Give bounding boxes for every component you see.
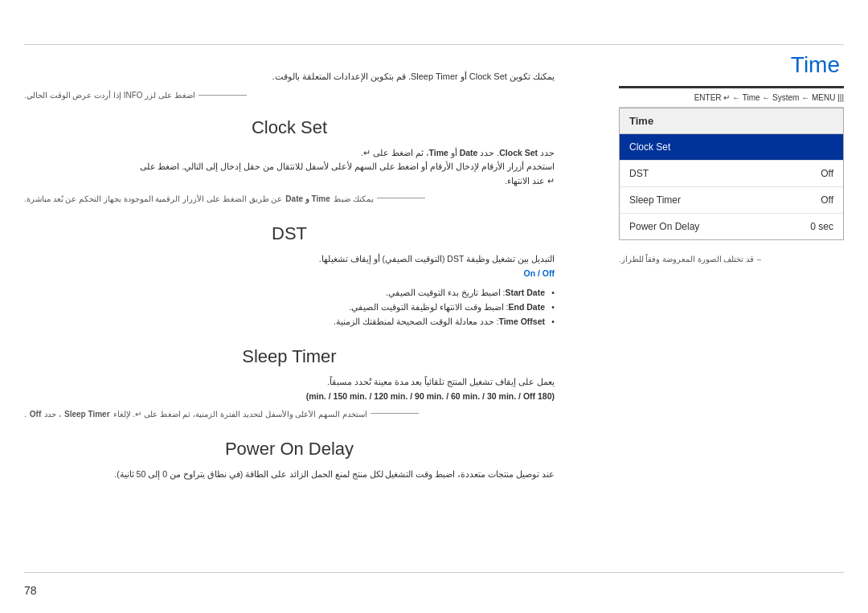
left-content: يمكنك تكوين Clock Set أو Sleep Timer. قم… xyxy=(24,52,555,482)
dst-body: التبديل بين تشغيل وظيفة DST (التوقيت الص… xyxy=(24,252,555,329)
menu-item-dst-label: DST xyxy=(629,168,649,179)
menu-box: Time Clock Set DST Off Sleep Timer Off P… xyxy=(619,108,844,240)
sleep-timer-sub-note: استخدم السهم الأعلى والأسفل لتحديد الفتر… xyxy=(24,407,555,421)
section-power-on-delay: Power On Delay عند توصيل منتجات متعددة، … xyxy=(24,439,555,482)
clock-set-sub-note: يمكنك ضبط Time و Date عن طريق الضغط على … xyxy=(24,192,555,206)
menu-item-clock-set-label: Clock Set xyxy=(629,141,670,153)
dst-bullet-end: End Date: اضبط وقت الانتهاء لوظيفة التوق… xyxy=(24,300,555,315)
dst-bullets: Start Date: اضبط تاريخ بدء التوقيت الصيف… xyxy=(24,286,555,329)
intro-section: يمكنك تكوين Clock Set أو Sleep Timer. قم… xyxy=(24,70,555,100)
sleep-timer-title: Sleep Timer xyxy=(24,346,555,367)
power-on-delay-title: Power On Delay xyxy=(24,439,555,460)
dst-bullet-start: Start Date: اضبط تاريخ بدء التوقيت الصيف… xyxy=(24,286,555,300)
intro-sub-text: اضغط على لزر INFO إذا أردت عرض الوقت الح… xyxy=(24,91,555,100)
menu-item-sleep-timer-value: Off xyxy=(821,194,833,206)
section-clock-set: Clock Set حدد Clock Set. حدد Date أو Tim… xyxy=(24,117,555,206)
intro-main-text: يمكنك تكوين Clock Set أو Sleep Timer. قم… xyxy=(24,70,555,84)
dst-title: DST xyxy=(24,223,555,244)
bottom-border xyxy=(24,572,844,573)
menu-header: Time xyxy=(620,108,843,134)
right-panel-title: Time xyxy=(619,52,844,78)
clock-set-body: حدد Clock Set. حدد Date أو Time، ثم اضغط… xyxy=(24,146,555,206)
page-number: 78 xyxy=(24,584,37,597)
power-on-delay-body: عند توصيل منتجات متعددة، اضبط وقت التشغي… xyxy=(24,468,555,482)
top-border xyxy=(24,44,844,45)
menu-item-dst-value: Off xyxy=(821,168,833,179)
menu-item-sleep-timer[interactable]: Sleep Timer Off xyxy=(620,187,843,214)
right-panel: Time ENTER ↵ ← Time ← System ← MENU ||| … xyxy=(619,52,844,264)
menu-item-dst[interactable]: DST Off xyxy=(620,161,843,187)
clock-set-title: Clock Set xyxy=(24,117,555,138)
menu-item-power-on-delay[interactable]: Power On Delay 0 sec xyxy=(620,214,843,239)
sleep-timer-body: يعمل على إيقاف تشغيل المنتج تلقائياً بعد… xyxy=(24,375,555,421)
right-bottom-note: قد تختلف الصورة المعروضة وفقاً للطراز. xyxy=(619,255,844,264)
section-sleep-timer: Sleep Timer يعمل على إيقاف تشغيل المنتج … xyxy=(24,346,555,421)
nav-path: ENTER ↵ ← Time ← System ← MENU ||| xyxy=(619,88,844,108)
menu-item-power-on-delay-label: Power On Delay xyxy=(629,221,699,232)
menu-item-clock-set[interactable]: Clock Set xyxy=(620,134,843,161)
dst-bullet-offset: Time Offset: حدد معادلة الوقت الصحيحة لم… xyxy=(24,315,555,329)
section-dst: DST التبديل بين تشغيل وظيفة DST (التوقيت… xyxy=(24,223,555,329)
menu-item-sleep-timer-label: Sleep Timer xyxy=(629,194,681,206)
menu-item-power-on-delay-value: 0 sec xyxy=(810,221,833,232)
